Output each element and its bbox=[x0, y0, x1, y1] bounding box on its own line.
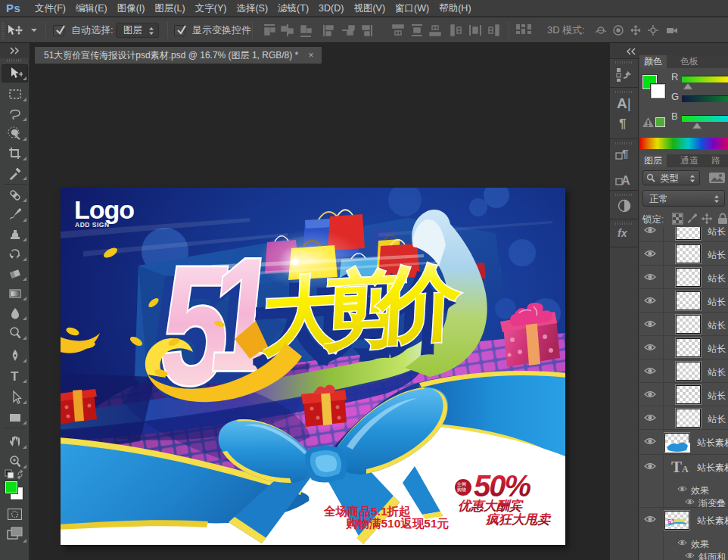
svg-text:价: 价 bbox=[372, 254, 464, 352]
svg-text:T: T bbox=[11, 369, 19, 384]
svg-text:¶: ¶ bbox=[622, 147, 628, 160]
svg-text:购物满510返现51元: 购物满510返现51元 bbox=[345, 517, 450, 530]
svg-text:Logo: Logo bbox=[74, 195, 134, 224]
svg-text:全网: 全网 bbox=[456, 482, 466, 487]
svg-text:ADD SIGN: ADD SIGN bbox=[75, 221, 110, 229]
svg-text:购物: 购物 bbox=[457, 487, 466, 493]
svg-text:疯狂大甩卖: 疯狂大甩卖 bbox=[485, 512, 552, 527]
svg-text:优惠大酬宾: 优惠大酬宾 bbox=[458, 499, 524, 513]
svg-text:A: A bbox=[621, 174, 630, 187]
svg-text:50%: 50% bbox=[474, 469, 530, 502]
svg-text:全场商品5.1折起: 全场商品5.1折起 bbox=[323, 505, 411, 518]
